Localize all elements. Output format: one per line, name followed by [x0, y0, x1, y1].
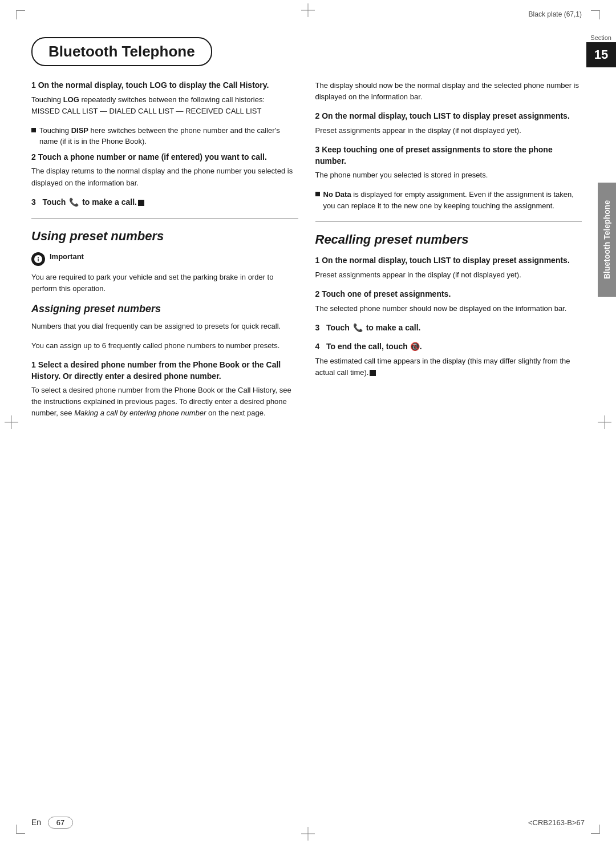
end-call-icon: 📵 [410, 342, 420, 351]
assigning-body1: Numbers that you dial frequently can be … [31, 321, 298, 332]
step2-heading: 2 Touch a phone number or name (if enter… [31, 152, 298, 163]
assigning-body2: You can assign up to 6 frequently called… [31, 340, 298, 352]
recall-step4-heading: 4 To end the call, touch 📵. [315, 341, 582, 353]
recall-step2-body: The selected phone number should now be … [315, 303, 582, 314]
important-label: Important [50, 252, 84, 261]
right-body1: The display should now be the normal dis… [315, 80, 582, 103]
divider-1 [31, 218, 298, 219]
left-column: 1 On the normal display, touch LOG to di… [31, 80, 298, 810]
assign-step1-body: To select a desired phone number from th… [31, 385, 298, 419]
crosshair-right [598, 415, 611, 429]
corner-mark-tl [16, 10, 25, 19]
recall-step2-heading: 2 Touch one of preset assignments. [315, 289, 582, 300]
stop-icon-2 [370, 370, 376, 376]
step1-bullet-text: Touching DISP here switches between the … [39, 125, 298, 147]
footer-lang-wrapper: En 67 [31, 818, 73, 827]
phone-call-icon: 📞 [69, 197, 79, 208]
section-using-title: Using preset numbers [31, 229, 298, 244]
bullet-square-2 [315, 192, 320, 196]
step3-heading: 3 Touch 📞 to make a call. [31, 197, 298, 208]
step1-body2: MISSED CALL LIST — DIALED CALL LIST — RE… [31, 107, 261, 115]
crosshair-left [5, 415, 18, 429]
right-column: The display should now be the normal dis… [315, 80, 582, 810]
plate-text: Black plate (67,1) [529, 10, 582, 18]
section-recalling-title: Recalling preset numbers [315, 232, 582, 247]
step1-body: Touching LOG repeatedly switches between… [31, 94, 298, 117]
right-step3-bullet-text: No Data is displayed for empty assignmen… [323, 189, 582, 211]
sub-assigning-title: Assigning preset numbers [31, 303, 298, 315]
divider-2 [315, 221, 582, 222]
step2-body: The display returns to the normal displa… [31, 165, 298, 188]
important-text: Important [50, 252, 84, 261]
phone-call-icon-2: 📞 [353, 322, 363, 334]
footer: En 67 <CRB2163-B>67 [0, 818, 616, 827]
page-container: Black plate (67,1) Section 15 Bluetooth … [0, 0, 616, 844]
step1-bullet-item: Touching DISP here switches between the … [31, 125, 298, 147]
main-content: 1 On the normal display, touch LOG to di… [31, 80, 582, 810]
recall-step3-heading: 3 Touch 📞 to make a call. [315, 322, 582, 334]
side-tab: Bluetooth Telephone [598, 183, 616, 297]
right-step3-body: The phone number you selected is stored … [315, 169, 582, 181]
page-title: Bluetooth Telephone [48, 43, 195, 60]
important-icon [31, 252, 45, 266]
crosshair-top [301, 3, 315, 17]
section-label: Section [590, 34, 611, 41]
right-step2-heading: 2 On the normal display, touch LIST to d… [315, 111, 582, 122]
right-step3-bullet-item: No Data is displayed for empty assignmen… [315, 189, 582, 211]
crosshair-bottom [301, 827, 315, 841]
step1-body1: Touching LOG repeatedly switches between… [31, 95, 265, 104]
corner-mark-tr [591, 10, 600, 19]
section-number: 15 [586, 42, 616, 67]
bullet-square [31, 128, 36, 132]
step1-heading: 1 On the normal display, touch LOG to di… [31, 80, 298, 91]
footer-page: 67 [48, 817, 73, 829]
assign-step1-heading: 1 Select a desired phone number from the… [31, 360, 298, 382]
important-box: Important [31, 252, 298, 266]
recall-step1-body: Preset assignments appear in the display… [315, 269, 582, 281]
footer-lang: En [31, 818, 41, 827]
important-body: You are required to park your vehicle an… [31, 272, 298, 294]
stop-icon-1 [138, 200, 144, 206]
section-box: Section 15 [586, 34, 616, 67]
right-step2-body: Preset assignments appear in the display… [315, 125, 582, 136]
right-step3-heading: 3 Keep touching one of preset assignment… [315, 144, 582, 167]
recall-step4-body: The estimated call time appears in the d… [315, 356, 582, 378]
page-title-box: Bluetooth Telephone [31, 37, 212, 66]
footer-code: <CRB2163-B>67 [528, 818, 585, 827]
recall-step1-heading: 1 On the normal display, touch LIST to d… [315, 255, 582, 266]
